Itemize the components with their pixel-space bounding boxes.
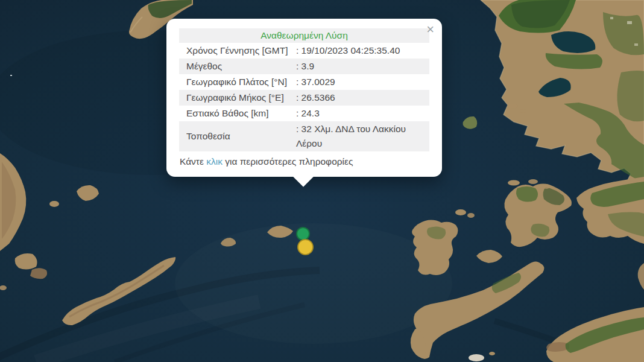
map-stage: × Αναθεωρημένη Λύση Χρόνος Γέννησης [GMT… [0,0,644,362]
info-row-depth: Εστιακό Βάθος [km] : 24.3 [179,106,429,121]
row-value: : 26.5366 [296,90,429,106]
row-value: : 24.3 [296,106,429,121]
popup-title: Αναθεωρημένη Λύση [179,28,429,43]
more-info-line: Κάντε κλικ για περισσότερες πληροφορίες [179,154,429,169]
row-value: : 32 Χλμ. ΔΝΔ του Λακκίου Λέρου [296,121,429,151]
row-value: : 3.9 [296,59,429,74]
info-row-latitude: Γεωγραφικό Πλάτος [°N] : 37.0029 [179,74,429,90]
row-label: Γεωγραφικό Πλάτος [°N] [179,74,296,90]
click-link[interactable]: κλικ [206,156,223,167]
row-value: : 37.0029 [296,74,429,90]
boat-speck [10,75,12,76]
info-row-longitude: Γεωγραφικό Μήκος [°E] : 26.5366 [179,90,429,106]
footer-suffix: για περισσότερες πληροφορίες [223,156,353,167]
row-label: Χρόνος Γέννησης [GMT] [179,43,296,59]
row-label: Γεωγραφικό Μήκος [°E] [179,90,296,106]
row-label: Τοποθεσία [179,129,296,144]
info-row-magnitude: Μέγεθος : 3.9 [179,59,429,74]
row-label: Εστιακό Βάθος [km] [179,106,296,121]
info-row-origin-time: Χρόνος Γέννησης [GMT] : 19/10/2023 04:25… [179,43,429,59]
epicenter-marker-yellow[interactable] [297,239,314,255]
close-icon[interactable]: × [424,22,437,37]
row-value: : 19/10/2023 04:25:35.40 [296,43,429,59]
earthquake-popup: × Αναθεωρημένη Λύση Χρόνος Γέννησης [GMT… [166,19,442,177]
row-label: Μέγεθος [179,59,296,74]
footer-prefix: Κάντε [180,156,206,167]
info-row-location: Τοποθεσία : 32 Χλμ. ΔΝΔ του Λακκίου Λέρο… [179,121,429,151]
